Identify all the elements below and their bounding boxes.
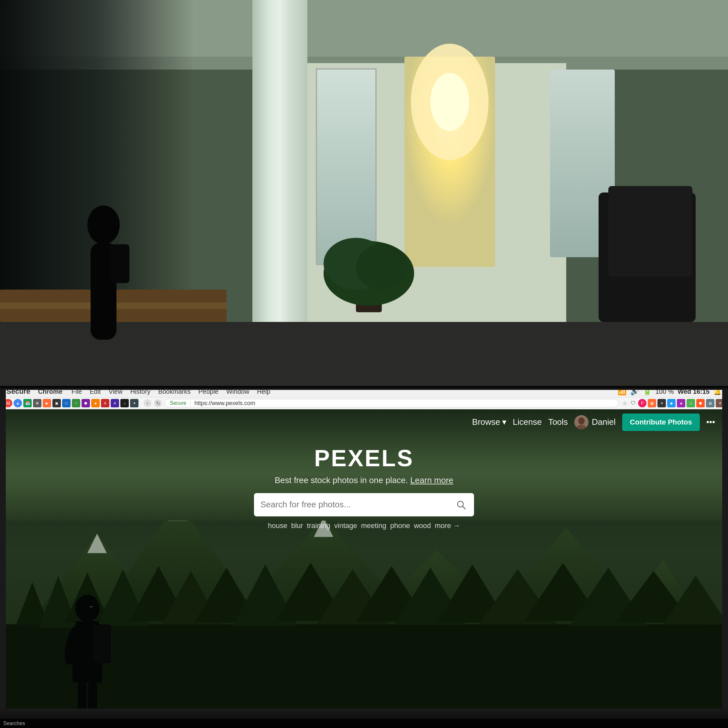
ext-icon-10[interactable]: ⌂ <box>120 399 129 407</box>
reload-button[interactable]: ↻ <box>154 399 162 407</box>
star-icon[interactable]: ☆ <box>621 399 629 407</box>
ext-icon-6[interactable]: ⬢ <box>81 399 90 407</box>
pexels-logo: PEXELS <box>314 445 414 471</box>
more-options-icon[interactable]: ••• <box>706 417 715 427</box>
pexels-navbar: Browse ▾ License Tools Dani <box>0 409 728 435</box>
quick-search-wood[interactable]: wood <box>414 522 431 530</box>
svg-point-60 <box>578 418 585 425</box>
user-name: Daniel <box>592 417 616 427</box>
tools-nav-link[interactable]: Tools <box>548 417 568 427</box>
addr-ext-7[interactable]: ▤ <box>706 399 714 407</box>
search-icon-svg <box>456 500 466 510</box>
svg-rect-23 <box>110 244 129 283</box>
ext-icon-8[interactable]: A <box>101 399 109 407</box>
browse-chevron-icon: ▾ <box>502 417 506 427</box>
ext-icon-5[interactable]: ✓ <box>72 399 80 407</box>
status-text: Searches <box>3 720 25 726</box>
laptop-top-edge <box>0 386 728 390</box>
svg-line-63 <box>463 506 465 509</box>
svg-rect-54 <box>90 606 93 607</box>
pexels-tagline: Best free stock photos in one place. Lea… <box>275 475 453 485</box>
back-button[interactable]: ‹ <box>144 399 151 407</box>
svg-rect-6 <box>317 70 375 264</box>
pexels-hero-content: PEXELS Best free stock photos in one pla… <box>0 435 728 530</box>
learn-more-link[interactable]: Learn more <box>410 475 453 485</box>
svg-point-21 <box>87 205 120 244</box>
svg-point-18 <box>356 244 408 290</box>
url-text: https://www.pexels.com <box>194 400 255 407</box>
ext-icon-3[interactable]: ▣ <box>52 399 61 407</box>
address-bar-input[interactable]: Secure https://www.pexels.com <box>164 399 619 407</box>
svg-point-10 <box>430 73 469 131</box>
search-icon[interactable] <box>454 498 468 511</box>
search-bar[interactable] <box>254 493 474 516</box>
addr-ext-2[interactable]: ✕ <box>658 399 666 407</box>
divider <box>190 401 191 406</box>
addr-ext-6[interactable]: ⬢ <box>696 399 705 407</box>
chrome-address-bar: M ▲ 📅 ⊕ ▶ ▣ ⬡ ✓ ⬢ ◈ A A ⌂ ✦ ‹ ↻ Secure <box>0 398 728 409</box>
screen-area: Secure Chrome File Edit View History Boo… <box>0 386 728 728</box>
search-input[interactable] <box>260 500 454 509</box>
quick-search-blur[interactable]: blur <box>291 522 303 530</box>
avatar-svg <box>574 415 589 429</box>
laptop-right-bezel <box>722 386 728 728</box>
person-silhouette-svg <box>58 592 116 728</box>
address-right-icons: ☆ 🛡 P ▦ ✕ ◉ ◈ ⬡ ⬢ ▤ ✕ <box>621 399 724 407</box>
quick-searches: house blur training vintage meeting phon… <box>268 522 460 530</box>
ext-icon-1[interactable]: ⊕ <box>33 399 41 407</box>
license-nav-link[interactable]: License <box>513 417 542 427</box>
pinterest-icon[interactable]: P <box>638 399 647 407</box>
pexels-website: Browse ▾ License Tools Dani <box>0 409 728 728</box>
quick-search-phone[interactable]: phone <box>390 522 410 530</box>
gdrive-icon[interactable]: ▲ <box>14 399 22 407</box>
laptop-left-bezel <box>0 386 6 728</box>
ext-icon-9[interactable]: A <box>111 399 119 407</box>
addr-ext-3[interactable]: ◉ <box>667 399 676 407</box>
user-avatar[interactable] <box>574 415 589 429</box>
addr-ext-4[interactable]: ◈ <box>677 399 685 407</box>
ext-icon-4[interactable]: ⬡ <box>62 399 70 407</box>
addr-ext-1[interactable]: ▦ <box>648 399 656 407</box>
more-searches-link[interactable]: more → <box>435 522 460 530</box>
quick-search-house[interactable]: house <box>268 522 287 530</box>
addr-ext-5[interactable]: ⬡ <box>687 399 695 407</box>
svg-rect-20 <box>608 186 693 277</box>
laptop-section: Secure Chrome File Edit View History Boo… <box>0 386 728 728</box>
ext-icon-2[interactable]: ▶ <box>43 399 51 407</box>
secure-label: Secure <box>170 400 187 406</box>
user-area: Daniel <box>574 415 616 429</box>
status-bar: Searches <box>0 719 728 728</box>
ext-icon-7[interactable]: ◈ <box>91 399 99 407</box>
svg-rect-56 <box>94 626 110 662</box>
quick-search-meeting[interactable]: meeting <box>361 522 386 530</box>
shield-icon[interactable]: 🛡 <box>630 399 637 407</box>
gcal-icon[interactable]: 📅 <box>23 399 32 407</box>
quick-search-vintage[interactable]: vintage <box>334 522 357 530</box>
svg-point-53 <box>75 595 99 622</box>
contribute-photos-button[interactable]: Contribute Photos <box>622 413 700 431</box>
browse-nav-link[interactable]: Browse ▾ <box>472 417 506 427</box>
pexels-nav-right: Browse ▾ License Tools Dani <box>472 413 715 431</box>
chrome-tab-icons-left: M ▲ 📅 ⊕ ▶ ▣ ⬡ ✓ ⬢ ◈ A A ⌂ ✦ <box>4 399 139 407</box>
ext-icon-11[interactable]: ✦ <box>130 399 139 407</box>
quick-search-training[interactable]: training <box>307 522 330 530</box>
